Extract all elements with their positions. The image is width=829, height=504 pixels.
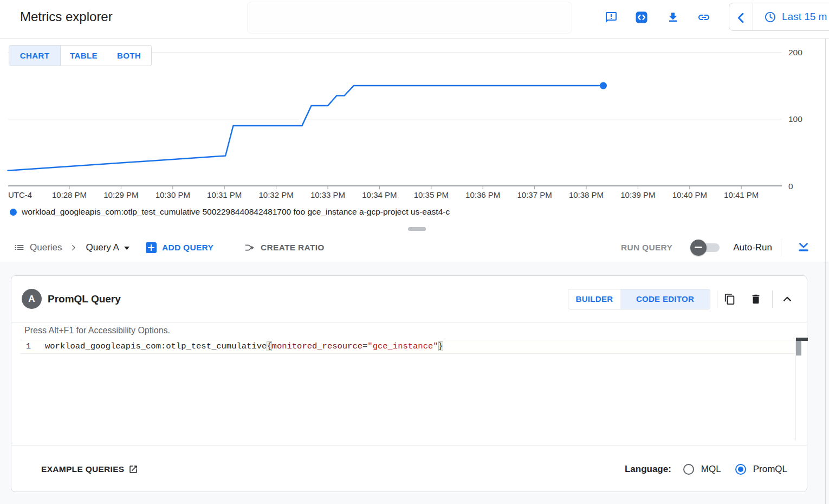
collapse-panel-icon[interactable]: [781, 293, 793, 305]
x-tick-label: 10:32 PM: [258, 190, 293, 199]
auto-run-label: Auto-Run: [733, 242, 772, 253]
example-queries-link[interactable]: EXAMPLE QUERIES: [41, 464, 138, 474]
language-label: Language:: [625, 464, 671, 475]
code-label-value: "gce_instance": [367, 341, 438, 351]
query-list-icon[interactable]: [14, 242, 25, 253]
code-editor-tab[interactable]: CODE EDITOR: [620, 289, 710, 309]
x-tick-label: 10:33 PM: [310, 190, 345, 199]
queries-toolbar: Queries Query A ADD QUERY CREATE RATIO R…: [0, 233, 829, 262]
chart-section: 200100010:28 PM10:29 PM10:30 PM10:31 PM1…: [0, 38, 829, 233]
x-tick-label: 10:38 PM: [569, 190, 604, 199]
x-tick-label: 10:41 PM: [724, 190, 759, 199]
code-icon[interactable]: [635, 11, 648, 24]
scrollbar-thumb[interactable]: [796, 341, 801, 356]
x-tick-label: 10:39 PM: [620, 190, 655, 199]
clock-icon[interactable]: [764, 11, 776, 23]
panel-footer: EXAMPLE QUERIES Language: MQL PromQL: [11, 445, 807, 493]
panel-header: A PromQL Query BUILDER CODE EDITOR: [11, 276, 807, 322]
divider: [781, 239, 781, 256]
builder-tab[interactable]: BUILDER: [568, 289, 620, 309]
legend-item: workload_googleapis_com:otlp_test_cumula…: [10, 207, 450, 217]
x-tick-label: 10:34 PM: [362, 190, 397, 199]
copy-query-icon[interactable]: [724, 293, 736, 305]
code-label-name: monitored_resource: [272, 341, 362, 351]
radio-mql[interactable]: [683, 464, 694, 475]
chevron-right-icon: [70, 244, 77, 251]
link-icon[interactable]: [697, 11, 710, 24]
timezone-label: UTC-4: [8, 190, 32, 199]
x-tick-label: 10:31 PM: [207, 190, 242, 199]
x-tick-label: 10:28 PM: [52, 190, 87, 199]
code-close-brace: }: [438, 341, 443, 351]
code-equals: =: [362, 341, 367, 351]
x-tick-label: 10:37 PM: [517, 190, 552, 199]
download-icon[interactable]: [666, 11, 679, 24]
plus-icon: [146, 242, 157, 253]
header-search-highlight: [247, 2, 572, 34]
auto-run-toggle[interactable]: [690, 240, 724, 256]
query-selector-dropdown[interactable]: Query A: [86, 242, 129, 253]
open-in-new-icon: [128, 464, 138, 474]
editor-mode-toggle: BUILDER CODE EDITOR: [568, 289, 710, 309]
side-panel-edge: [825, 38, 826, 504]
x-tick-label: 10:30 PM: [156, 190, 190, 199]
query-letter-badge: A: [22, 289, 42, 309]
radio-promql[interactable]: [735, 464, 746, 475]
page-title: Metrics explorer: [20, 9, 113, 24]
x-tick-label: 10:36 PM: [465, 190, 500, 199]
promql-code-editor[interactable]: Press Alt+F1 for Accessibility Options. …: [11, 322, 807, 445]
y-tick-label: 200: [788, 48, 802, 57]
add-query-button[interactable]: ADD QUERY: [146, 242, 213, 253]
feedback-icon[interactable]: [605, 11, 618, 24]
code-line[interactable]: workload_googleapis_com:otlp_test_cumula…: [45, 341, 443, 351]
line-number: 1: [26, 342, 31, 351]
radio-promql-label[interactable]: PromQL: [753, 464, 787, 475]
y-tick-label: 100: [788, 114, 802, 124]
app-header: Metrics explorer Last 15 m: [0, 0, 829, 38]
accessibility-note: Press Alt+F1 for Accessibility Options.: [24, 326, 170, 335]
query-name: Query A: [86, 242, 119, 253]
timeseries-chart: 200100010:28 PM10:29 PM10:30 PM10:31 PM1…: [0, 38, 829, 233]
collapse-all-icon[interactable]: [796, 241, 811, 255]
tab-chart[interactable]: CHART: [9, 46, 61, 66]
section-resize-handle[interactable]: [408, 227, 426, 231]
legend-series-label: workload_googleapis_com:otlp_test_cumula…: [22, 207, 450, 217]
view-tabs: CHART TABLE BOTH: [9, 45, 152, 66]
code-line-row[interactable]: workload_googleapis_com:otlp_test_cumula…: [20, 340, 795, 354]
promql-query-panel: A PromQL Query BUILDER CODE EDITOR: [11, 275, 807, 492]
time-range-label[interactable]: Last 15 m: [782, 3, 827, 30]
x-tick-label: 10:29 PM: [103, 190, 138, 199]
panel-title: PromQL Query: [48, 293, 121, 305]
code-metric: workload_googleapis_com:otlp_test_cumula…: [45, 341, 267, 351]
radio-mql-label[interactable]: MQL: [701, 464, 721, 475]
divider: [753, 3, 753, 30]
tab-table[interactable]: TABLE: [61, 46, 107, 66]
create-ratio-button[interactable]: CREATE RATIO: [244, 242, 325, 254]
metric-line: [8, 86, 604, 171]
code-open-brace: {: [267, 341, 271, 351]
chevron-left-icon[interactable]: [734, 10, 749, 24]
y-tick-label: 0: [788, 182, 793, 191]
caret-down-icon: [124, 247, 129, 250]
x-tick-label: 10:35 PM: [414, 190, 449, 199]
delete-query-icon[interactable]: [750, 293, 762, 305]
queries-menu-button[interactable]: Queries: [30, 242, 62, 253]
divider: [772, 290, 773, 308]
divider: [717, 290, 717, 308]
tab-both[interactable]: BOTH: [107, 46, 151, 66]
toggle-knob: [690, 240, 707, 256]
latest-point-dot: [600, 82, 607, 89]
legend-series-dot: [10, 209, 17, 216]
x-tick-label: 10:40 PM: [672, 190, 707, 199]
time-range-control: Last 15 m: [729, 3, 829, 31]
query-section: A PromQL Query BUILDER CODE EDITOR: [0, 262, 829, 504]
run-query-button[interactable]: RUN QUERY: [621, 243, 672, 253]
merge-arrows-icon: [244, 242, 256, 254]
